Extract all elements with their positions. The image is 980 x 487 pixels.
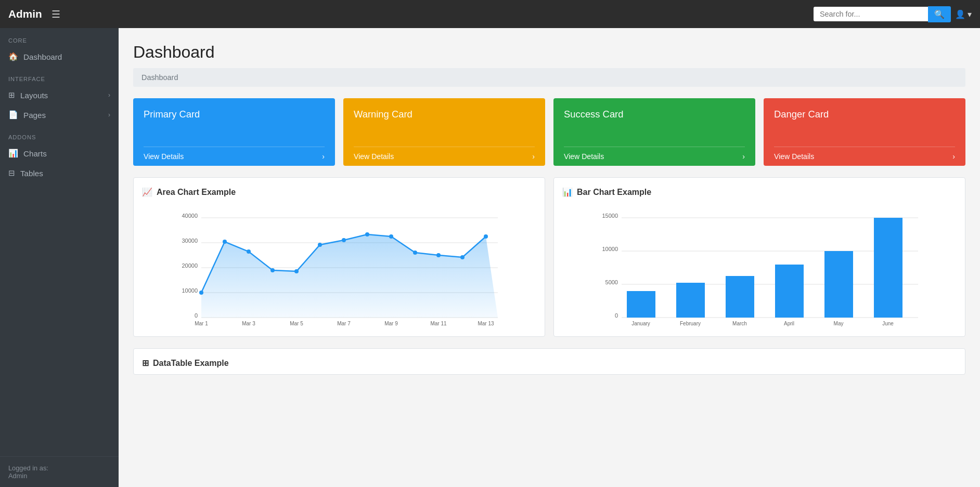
bar-chart-wrap: 0 5000 10000 15000 January [562, 203, 957, 330]
sidebar: CORE 🏠 Dashboard INTERFACE ⊞ Layouts › 📄… [0, 28, 119, 487]
primary-card-footer-icon: › [322, 152, 325, 161]
chart-dot [460, 255, 465, 259]
bar-june [874, 218, 902, 318]
area-chart-title: 📈 Area Chart Example [142, 187, 536, 197]
svg-text:5000: 5000 [605, 279, 618, 285]
chart-dot [294, 269, 299, 273]
area-fill [201, 234, 498, 318]
warning-card-footer-label: View Details [354, 152, 394, 161]
chart-dot [247, 249, 251, 254]
primary-card-title: Primary Card [144, 109, 325, 120]
warning-card-title: Warning Card [354, 109, 535, 120]
primary-card: Primary Card View Details › [133, 98, 335, 166]
warning-card-footer-icon: › [532, 152, 535, 161]
cards-row: Primary Card View Details › Warning Card… [133, 98, 965, 166]
svg-text:March: March [732, 321, 747, 326]
search-input[interactable] [814, 7, 928, 21]
svg-text:20000: 20000 [182, 262, 198, 269]
svg-text:Mar 3: Mar 3 [242, 321, 255, 326]
sidebar-footer: Logged in as: Admin [0, 456, 119, 487]
pages-icon: 📄 [8, 110, 18, 120]
success-card-footer-label: View Details [564, 152, 604, 161]
svg-text:30000: 30000 [182, 238, 198, 244]
sidebar-item-label: Tables [20, 169, 43, 178]
chevron-right-icon: › [108, 111, 110, 119]
chart-dot [484, 234, 488, 239]
danger-card-footer-icon: › [952, 152, 955, 161]
main-content: Dashboard Dashboard Primary Card View De… [119, 28, 980, 487]
topnav: Admin ☰ 🔍 👤 ▾ [0, 0, 980, 28]
chart-dot [436, 253, 441, 257]
svg-text:10000: 10000 [182, 287, 198, 294]
bar-chart-title: 📊 Bar Chart Example [562, 187, 957, 197]
tables-icon: ⊟ [8, 168, 15, 178]
area-chart-wrap: 0 10000 20000 30000 40000 [142, 203, 536, 330]
search-button[interactable]: 🔍 [928, 6, 951, 22]
chart-dot [342, 238, 346, 242]
svg-text:Mar 7: Mar 7 [337, 321, 351, 326]
bar-chart-card: 📊 Bar Chart Example 0 5000 10000 15000 [553, 177, 965, 337]
sidebar-item-layouts[interactable]: ⊞ Layouts › [0, 85, 119, 105]
chart-dot [223, 240, 227, 244]
area-chart-card: 📈 Area Chart Example 0 10000 20000 30000… [133, 177, 545, 337]
sidebar-item-dashboard[interactable]: 🏠 Dashboard [0, 47, 119, 67]
chart-dot [365, 232, 369, 236]
danger-card-footer[interactable]: View Details › [774, 147, 955, 166]
warning-card: Warning Card View Details › [343, 98, 545, 166]
chevron-right-icon: › [108, 91, 110, 99]
svg-text:10000: 10000 [602, 246, 618, 252]
primary-card-footer[interactable]: View Details › [144, 147, 325, 166]
chart-dot [318, 243, 322, 247]
danger-card-footer-label: View Details [774, 152, 814, 161]
sidebar-item-charts[interactable]: 📊 Charts [0, 143, 119, 163]
user-icon: 👤 [955, 9, 965, 19]
sidebar-item-pages[interactable]: 📄 Pages › [0, 105, 119, 125]
bar-january [627, 291, 655, 318]
svg-text:40000: 40000 [182, 213, 198, 219]
svg-text:Mar 1: Mar 1 [195, 321, 208, 326]
charts-icon: 📊 [8, 149, 18, 158]
page-title: Dashboard [133, 43, 965, 62]
charts-row: 📈 Area Chart Example 0 10000 20000 30000… [133, 177, 965, 337]
chart-dot [270, 268, 275, 272]
bar-chart-icon: 📊 [562, 187, 573, 197]
chart-dot [199, 291, 203, 295]
sidebar-item-tables[interactable]: ⊟ Tables [0, 163, 119, 183]
logged-in-label: Logged in as: [8, 464, 110, 472]
svg-text:Mar 5: Mar 5 [290, 321, 303, 326]
chart-dot [413, 251, 417, 255]
sidebar-item-label: Pages [23, 111, 46, 120]
sidebar-section-core: CORE [0, 28, 119, 47]
svg-text:January: January [631, 321, 650, 326]
bar-march [726, 276, 754, 318]
sidebar-item-label: Layouts [20, 91, 48, 100]
sidebar-section-addons: ADDONS [0, 125, 119, 143]
bar-may [824, 251, 853, 318]
datatable-title: ⊞ DataTable Example [142, 358, 957, 368]
svg-text:Mar 13: Mar 13 [478, 321, 494, 326]
layouts-icon: ⊞ [8, 90, 15, 100]
success-card-footer-icon: › [742, 152, 745, 161]
area-chart-icon: 📈 [142, 187, 152, 197]
svg-text:June: June [882, 321, 894, 326]
success-card-footer[interactable]: View Details › [564, 147, 745, 166]
breadcrumb: Dashboard [133, 68, 965, 87]
svg-text:April: April [784, 321, 794, 326]
datatable-icon: ⊞ [142, 358, 149, 368]
bar-chart-svg: 0 5000 10000 15000 January [562, 203, 957, 328]
sidebar-item-label: Charts [23, 149, 47, 158]
svg-text:Mar 9: Mar 9 [384, 321, 398, 326]
brand-title: Admin [8, 8, 42, 20]
svg-text:0: 0 [615, 312, 618, 319]
dashboard-icon: 🏠 [8, 52, 18, 61]
svg-text:May: May [834, 321, 844, 326]
svg-text:15000: 15000 [602, 213, 618, 219]
bar-april [775, 265, 804, 318]
user-menu-button[interactable]: 👤 ▾ [955, 9, 972, 19]
bar-february [676, 283, 705, 318]
danger-card-title: Danger Card [774, 109, 955, 120]
datatable-card: ⊞ DataTable Example [133, 348, 965, 375]
success-card-title: Success Card [564, 109, 745, 120]
hamburger-icon[interactable]: ☰ [51, 8, 60, 20]
warning-card-footer[interactable]: View Details › [354, 147, 535, 166]
